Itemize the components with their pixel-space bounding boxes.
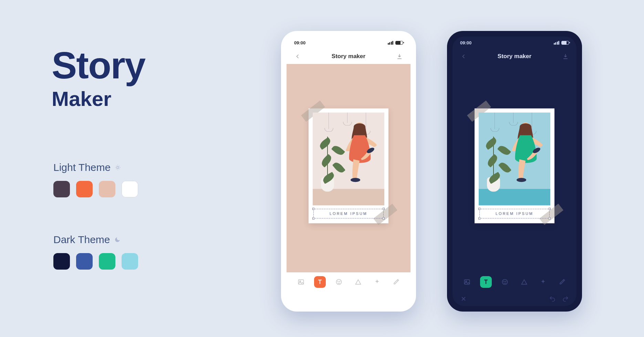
svg-point-7 — [338, 281, 339, 282]
polaroid-photo[interactable]: LOREM IPSUM — [309, 108, 388, 223]
illustration — [313, 112, 384, 205]
svg-point-10 — [517, 178, 526, 182]
toolbar — [453, 272, 577, 292]
phone-mock-light: 09:00 Story maker — [281, 31, 416, 312]
page-title: Story — [52, 46, 145, 84]
light-theme-text: Light Theme — [53, 162, 111, 173]
svg-point-15 — [504, 281, 505, 282]
battery-icon — [561, 41, 569, 45]
header-title: Story maker — [332, 53, 365, 60]
tool-image[interactable] — [295, 276, 307, 288]
moon-icon — [114, 237, 121, 243]
battery-icon — [395, 41, 403, 45]
download-icon[interactable] — [562, 53, 569, 60]
svg-point-16 — [506, 281, 506, 282]
toolbar — [287, 272, 411, 292]
signal-icon — [388, 41, 394, 45]
light-theme-label: Light Theme — [53, 162, 138, 173]
caption-text: LOREM IPSUM — [330, 211, 367, 216]
svg-rect-4 — [298, 280, 303, 284]
tool-emoji[interactable] — [499, 276, 511, 288]
tool-sparkle[interactable] — [537, 276, 549, 288]
undo-icon[interactable] — [549, 295, 556, 302]
illustration — [479, 112, 550, 205]
svg-point-0 — [117, 166, 119, 168]
back-icon[interactable] — [294, 53, 301, 60]
dark-theme-label: Dark Theme — [53, 234, 138, 246]
canvas-actions — [453, 292, 577, 306]
story-canvas[interactable]: LOREM IPSUM — [453, 64, 577, 272]
swatch[interactable] — [53, 181, 70, 197]
swatch[interactable] — [122, 253, 138, 270]
undo-icon[interactable] — [383, 295, 390, 302]
swatch[interactable] — [99, 253, 115, 270]
polaroid-photo[interactable]: LOREM IPSUM — [475, 108, 554, 223]
swatch[interactable] — [99, 181, 115, 197]
svg-rect-12 — [464, 280, 469, 284]
page-subtitle: Maker — [52, 87, 145, 111]
status-time: 09:00 — [294, 40, 305, 45]
status-icons — [388, 41, 403, 45]
swatch[interactable] — [76, 181, 93, 197]
svg-point-14 — [502, 280, 508, 285]
status-bar: 09:00 — [287, 36, 411, 49]
app-header: Story maker — [287, 49, 411, 64]
close-icon[interactable] — [460, 295, 467, 302]
svg-point-8 — [340, 281, 340, 282]
tool-eyedropper[interactable] — [390, 276, 402, 288]
phone-mock-dark: 09:00 Story maker — [447, 31, 582, 312]
redo-icon[interactable] — [396, 295, 403, 302]
page-title-block: Story Maker — [52, 46, 145, 111]
svg-point-6 — [336, 280, 342, 285]
download-icon[interactable] — [396, 53, 403, 60]
light-theme-block: Light Theme — [53, 162, 138, 197]
dark-swatches — [53, 253, 138, 270]
back-icon[interactable] — [460, 53, 467, 60]
tool-text[interactable] — [480, 276, 492, 288]
redo-icon[interactable] — [562, 295, 569, 302]
sun-icon — [115, 164, 121, 171]
app-header: Story maker — [453, 49, 577, 64]
swatch[interactable] — [122, 181, 138, 197]
dark-theme-text: Dark Theme — [53, 234, 110, 246]
status-icons — [554, 41, 569, 45]
swatch[interactable] — [76, 253, 93, 270]
caption-text-box[interactable]: LOREM IPSUM — [313, 209, 384, 218]
dark-theme-block: Dark Theme — [53, 234, 138, 270]
close-icon[interactable] — [294, 295, 301, 302]
svg-point-2 — [351, 178, 360, 182]
light-swatches — [53, 181, 138, 197]
canvas-actions — [287, 292, 411, 306]
caption-text: LOREM IPSUM — [496, 211, 533, 216]
swatch[interactable] — [53, 253, 70, 270]
caption-text-box[interactable]: LOREM IPSUM — [479, 209, 550, 218]
tool-text[interactable] — [314, 276, 326, 288]
header-title: Story maker — [498, 53, 531, 60]
tool-shape[interactable] — [518, 276, 530, 288]
status-bar: 09:00 — [453, 36, 577, 49]
tool-sparkle[interactable] — [371, 276, 383, 288]
tool-image[interactable] — [461, 276, 473, 288]
status-time: 09:00 — [460, 40, 471, 45]
signal-icon — [554, 41, 560, 45]
tool-emoji[interactable] — [333, 276, 345, 288]
tool-shape[interactable] — [352, 276, 364, 288]
story-canvas[interactable]: LOREM IPSUM — [287, 64, 411, 272]
tool-eyedropper[interactable] — [556, 276, 568, 288]
